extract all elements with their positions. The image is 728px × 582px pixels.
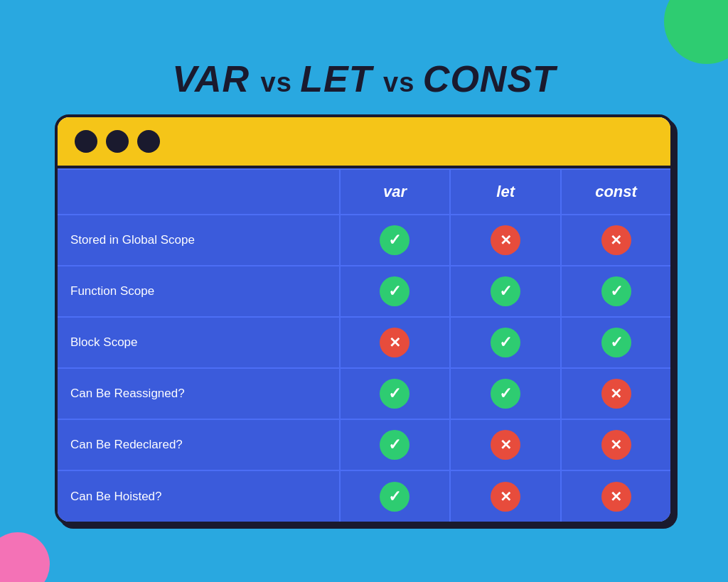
table-row: Can Be Redeclared? [58,419,670,470]
cell-const [561,215,670,266]
cell-const [561,368,670,419]
table-container: var let const Stored in Global ScopeFunc… [58,168,670,522]
cross-icon [491,430,520,460]
cell-let [450,215,561,266]
page-wrapper: VAR vs LET vs CONST var let const [44,58,684,524]
cell-var [340,419,451,470]
check-icon [380,482,410,512]
check-icon [380,276,410,306]
row-label: Block Scope [58,317,340,368]
cell-let [450,470,561,522]
title-vs1: vs [261,68,301,97]
table-header-row: var let const [58,169,670,215]
cell-let [450,419,561,470]
row-label: Can Be Reassigned? [58,368,340,419]
cross-icon [601,225,631,255]
title-var: VAR [172,58,250,99]
window-dot-2 [106,130,129,153]
col-header-var: var [340,169,451,215]
corner-decoration-pink [0,532,50,582]
check-icon [491,379,520,409]
card-header [58,117,670,168]
table-row: Block Scope [58,317,670,368]
cross-icon [601,430,631,460]
title-const: CONST [423,58,556,99]
check-icon [491,328,520,357]
cell-const [561,317,670,368]
cross-icon [601,482,631,512]
cross-icon [491,482,520,512]
comparison-card: var let const Stored in Global ScopeFunc… [55,114,673,524]
cell-const [561,470,670,522]
window-dot-3 [137,130,160,153]
row-label: Function Scope [58,266,340,317]
row-label: Stored in Global Scope [58,215,340,266]
cell-let [450,368,561,419]
cell-let [450,266,561,317]
cell-var [340,215,451,266]
check-icon [491,276,520,306]
cell-var [340,317,451,368]
cell-const [561,419,670,470]
cell-var [340,368,451,419]
row-label: Can Be Redeclared? [58,419,340,470]
page-title: VAR vs LET vs CONST [172,58,556,100]
cross-icon [380,328,410,357]
cell-const [561,266,670,317]
table-row: Function Scope [58,266,670,317]
row-label: Can Be Hoisted? [58,470,340,522]
check-icon [380,379,410,409]
cell-var [340,266,451,317]
table-row: Can Be Hoisted? [58,470,670,522]
check-icon [601,276,631,306]
cell-var [340,470,451,522]
check-icon [380,430,410,460]
window-dot-1 [75,130,97,153]
check-icon [380,225,410,255]
col-header-feature [58,169,340,215]
col-header-let: let [450,169,561,215]
table-row: Stored in Global Scope [58,215,670,266]
cross-icon [601,379,631,409]
table-row: Can Be Reassigned? [58,368,670,419]
cross-icon [491,225,520,255]
title-vs2: vs [383,68,423,97]
title-let: LET [300,58,372,99]
col-header-const: const [561,169,670,215]
cell-let [450,317,561,368]
corner-decoration-green [664,0,728,64]
check-icon [601,328,631,357]
comparison-table: var let const Stored in Global ScopeFunc… [58,168,670,522]
